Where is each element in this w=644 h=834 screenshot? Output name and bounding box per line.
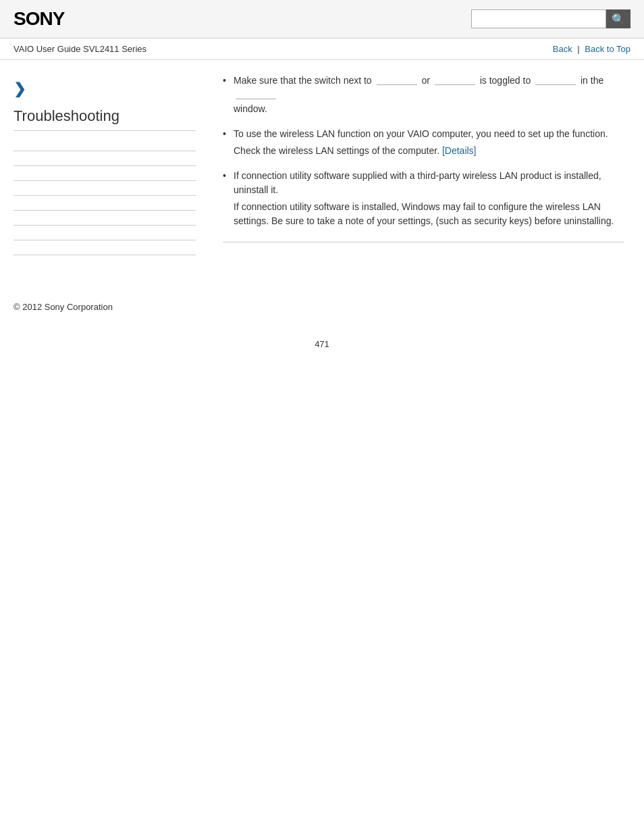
bullet1-placeholder2 xyxy=(435,77,475,85)
list-item-2: To use the wireless LAN function on your… xyxy=(223,127,624,158)
nav-separator: | xyxy=(577,44,579,54)
content-divider xyxy=(223,242,624,242)
sidebar-placeholder-3 xyxy=(14,172,196,181)
sidebar-placeholder-5 xyxy=(14,201,196,211)
sidebar-placeholder-1 xyxy=(14,142,196,151)
bullet3-text1: If connection utility software supplied … xyxy=(234,170,601,195)
sidebar-placeholder-4 xyxy=(14,186,196,196)
nav-links: Back | Back to Top xyxy=(553,44,630,54)
sidebar-placeholder-6 xyxy=(14,216,196,226)
bullet1-toggled: is toggled to xyxy=(480,75,531,86)
bullet3-text2: If connection utility software is instal… xyxy=(234,200,624,228)
guide-title: VAIO User Guide SVL2411 Series xyxy=(14,44,146,54)
sony-logo: SONY xyxy=(14,8,64,30)
page-number: 471 xyxy=(0,325,644,363)
content-area: Make sure that the switch next to or is … xyxy=(209,60,644,274)
search-button[interactable]: 🔍 xyxy=(606,9,630,28)
header: SONY 🔍 xyxy=(0,0,644,38)
section-title: Troubleshooting xyxy=(14,107,196,131)
chevron-icon: ❯ xyxy=(14,80,27,94)
copyright: © 2012 Sony Corporation xyxy=(14,302,113,312)
main-content: ❯ Troubleshooting Make sure that the swi… xyxy=(0,60,644,274)
search-input[interactable] xyxy=(471,9,606,28)
sidebar-placeholder-7 xyxy=(14,231,196,240)
bullet1-text1: Make sure that the switch next to xyxy=(234,75,372,86)
details-link[interactable]: [Details] xyxy=(442,145,477,156)
bullet2-text1: To use the wireless LAN function on your… xyxy=(234,128,608,139)
sidebar: ❯ Troubleshooting xyxy=(0,60,209,274)
content-list: Make sure that the switch next to or is … xyxy=(223,74,624,228)
list-item-3: If connection utility software supplied … xyxy=(223,169,624,228)
back-link[interactable]: Back xyxy=(553,44,572,54)
back-to-top-link[interactable]: Back to Top xyxy=(585,44,630,54)
search-area: 🔍 xyxy=(471,9,630,28)
bullet1-inthe: in the xyxy=(581,75,603,86)
list-item-1: Make sure that the switch next to or is … xyxy=(223,74,624,116)
bullet1-placeholder1 xyxy=(377,77,417,85)
bullet1-placeholder3 xyxy=(535,77,576,85)
bullet1-placeholder4 xyxy=(236,91,276,99)
breadcrumb-bar: VAIO User Guide SVL2411 Series Back | Ba… xyxy=(0,38,644,60)
sidebar-placeholder-2 xyxy=(14,157,196,166)
bullet1-window: window. xyxy=(234,103,267,114)
search-icon: 🔍 xyxy=(612,13,625,26)
bullet2-text2: Check the wireless LAN settings of the c… xyxy=(234,144,624,158)
page-footer: © 2012 Sony Corporation xyxy=(0,288,644,325)
bullet1-or: or xyxy=(421,75,429,86)
sidebar-placeholder-8 xyxy=(14,246,196,255)
